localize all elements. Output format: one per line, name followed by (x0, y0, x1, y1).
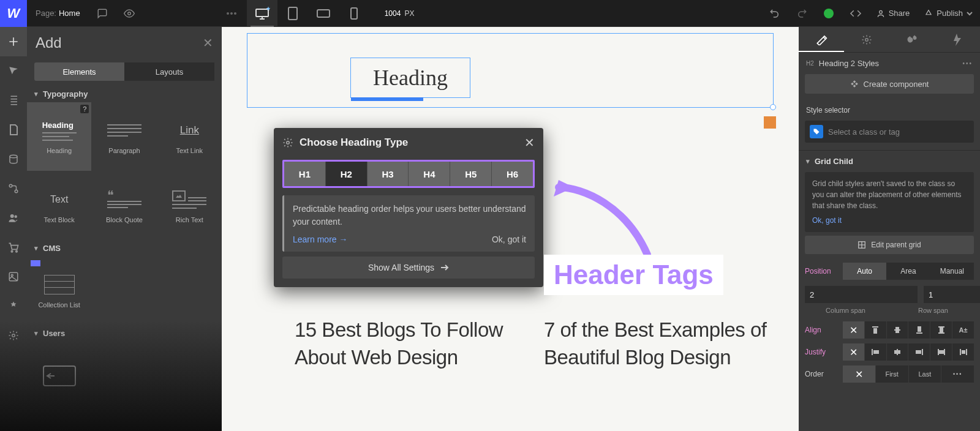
class-selector[interactable]: Select a class or tag (805, 121, 974, 143)
heading-type-h3[interactable]: H3 (368, 162, 409, 186)
svg-point-18 (12, 334, 15, 337)
element-user-form[interactable] (27, 342, 91, 410)
comments-icon[interactable] (89, 0, 116, 27)
section-typography[interactable]: ▾Typography (27, 86, 222, 102)
users-icon[interactable] (0, 203, 27, 233)
settings-icon[interactable] (0, 321, 27, 350)
style-selector-label: Style selector (799, 100, 980, 117)
element-text-link[interactable]: Link Text Link (157, 102, 222, 171)
resize-handle-icon[interactable] (770, 104, 776, 110)
breakpoint-xl-icon[interactable] (216, 0, 247, 27)
edit-parent-grid-button[interactable]: Edit parent grid (805, 236, 974, 254)
position-manual[interactable]: Manual (930, 263, 974, 280)
breakpoint-desktop-icon[interactable]: ★ (247, 0, 277, 27)
canvas[interactable]: Heading t 15 Best Blogs To Follow About … (222, 27, 799, 431)
breakpoint-landscape-icon[interactable] (308, 0, 339, 27)
learn-more-link[interactable]: Learn more → (293, 234, 347, 244)
justify-baseline-icon[interactable] (952, 343, 974, 361)
help-icon[interactable]: ? (80, 105, 89, 113)
navigator-icon[interactable] (0, 56, 27, 86)
annotation-label: Header Tags (544, 255, 723, 295)
align-start-icon[interactable] (865, 321, 887, 339)
element-paragraph[interactable]: Paragraph (92, 102, 156, 171)
justify-clear-icon[interactable]: ✕ (843, 343, 865, 361)
element-collection-list[interactable]: Collection List (27, 257, 91, 325)
element-rich-text[interactable]: Rich Text (157, 171, 222, 240)
section-users[interactable]: ▾Users (27, 325, 222, 342)
grid-child-info: Grid child styles aren't saved to the cl… (805, 172, 974, 232)
order-clear-icon[interactable]: ✕ (843, 365, 876, 383)
align-clear-icon[interactable]: ✕ (843, 321, 865, 339)
order-first-button[interactable]: First (876, 365, 909, 383)
justify-stretch-icon[interactable] (930, 343, 952, 361)
ok-got-it-button[interactable]: Ok, got it (492, 234, 526, 244)
apps-icon[interactable] (0, 291, 27, 321)
column-span-input[interactable] (805, 286, 918, 303)
export-code-icon[interactable] (842, 0, 869, 27)
components-icon[interactable] (0, 115, 27, 144)
pages-icon[interactable] (0, 86, 27, 115)
style-tab-icon[interactable] (799, 27, 844, 52)
heading-type-h4[interactable]: H4 (409, 162, 450, 186)
element-breadcrumb[interactable]: H2 Heading 2 Styles ••• (799, 53, 980, 74)
tab-layouts[interactable]: Layouts (124, 62, 214, 81)
align-end-icon[interactable] (908, 321, 930, 339)
heading-type-h5[interactable]: H5 (450, 162, 492, 186)
breakpoint-mobile-icon[interactable] (339, 0, 369, 27)
position-area[interactable]: Area (886, 263, 930, 280)
heading-element[interactable]: Heading (350, 58, 470, 98)
order-more-icon[interactable]: ••• (941, 365, 974, 383)
element-block-quote[interactable]: ❝ Block Quote (92, 171, 156, 240)
more-icon[interactable]: ••• (962, 60, 973, 67)
webflow-logo[interactable]: W (0, 0, 27, 27)
show-all-settings-button[interactable]: Show All Settings (282, 257, 535, 279)
heading-type-h2[interactable]: H2 (326, 162, 368, 186)
effects-tab-icon[interactable] (889, 27, 935, 52)
justify-end-icon[interactable] (908, 343, 930, 361)
position-segment: Auto Area Manual (843, 263, 974, 280)
align-stretch-icon[interactable] (930, 321, 952, 339)
close-icon[interactable]: ✕ (524, 135, 535, 150)
justify-center-icon[interactable] (887, 343, 909, 361)
settings-tab-icon[interactable] (844, 27, 889, 52)
add-panel: Add ✕ Elements Layouts ▾Typography ? Hea… (27, 27, 222, 431)
ok-got-it-link[interactable]: Ok, got it (812, 215, 967, 226)
svg-point-14 (11, 250, 13, 252)
assets-icon[interactable] (0, 262, 27, 291)
column-span-label: Column span (805, 307, 886, 314)
redo-icon[interactable] (788, 0, 815, 27)
close-icon[interactable]: ✕ (203, 36, 213, 50)
viewport-size[interactable]: 1004 PX (385, 9, 415, 18)
element-heading[interactable]: ? Heading Heading (27, 102, 91, 171)
logic-icon[interactable] (0, 174, 27, 203)
section-grid-child[interactable]: ▾Grid Child (799, 150, 980, 172)
heading-type-h1[interactable]: H1 (284, 162, 326, 186)
interactions-tab-icon[interactable] (935, 27, 980, 52)
ecommerce-icon[interactable] (0, 233, 27, 262)
add-elements-icon[interactable] (0, 27, 27, 56)
page-name[interactable]: Home (59, 9, 89, 18)
tab-elements[interactable]: Elements (34, 62, 124, 81)
position-auto[interactable]: Auto (843, 263, 886, 280)
heading-type-h6[interactable]: H6 (492, 162, 533, 186)
element-text-block[interactable]: Text Text Block (27, 171, 91, 240)
align-center-icon[interactable] (887, 321, 909, 339)
create-component-button[interactable]: Create component (805, 74, 974, 94)
justify-start-icon[interactable] (865, 343, 887, 361)
undo-icon[interactable] (761, 0, 788, 27)
svg-rect-7 (351, 8, 357, 19)
align-baseline-icon[interactable]: A± (952, 321, 974, 339)
order-last-button[interactable]: Last (909, 365, 942, 383)
chevron-down-icon: ▾ (34, 329, 38, 337)
svg-point-8 (879, 10, 882, 13)
status-ok-icon[interactable] (815, 0, 842, 27)
section-cms[interactable]: ▾CMS (27, 240, 222, 257)
row-span-input[interactable] (924, 286, 980, 303)
svg-point-20 (287, 141, 290, 144)
grid-overlay-icon (764, 116, 776, 129)
cms-icon[interactable] (0, 144, 27, 174)
publish-button[interactable]: Publish (917, 0, 980, 27)
preview-icon[interactable] (116, 0, 143, 27)
breakpoint-tablet-icon[interactable] (277, 0, 308, 27)
share-button[interactable]: Share (869, 0, 918, 27)
